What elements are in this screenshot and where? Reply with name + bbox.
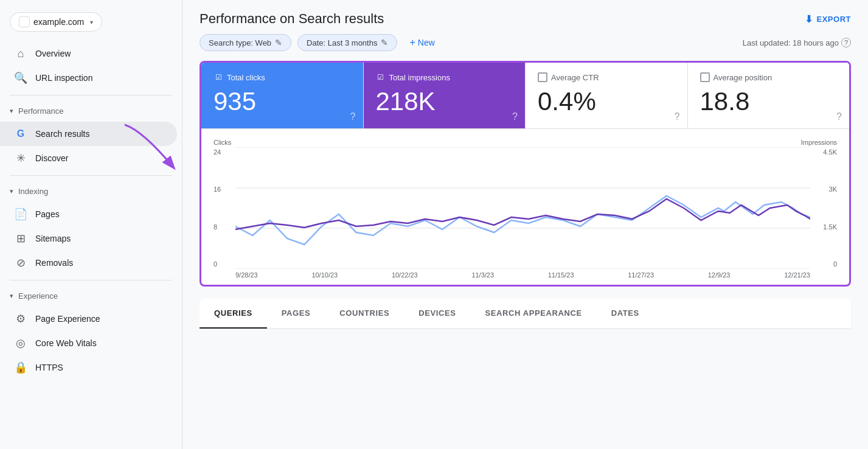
tab-devices[interactable]: DEVICES [404,299,470,329]
x-label-0: 9/28/23 [235,271,258,279]
right-y-1-5k: 1.5K [815,223,837,231]
x-label-5: 11/27/23 [628,271,654,279]
x-label-1: 10/10/23 [311,271,338,279]
right-y-0: 0 [815,260,837,268]
export-icon: ⬇ [805,13,813,25]
chart-svg [235,147,810,269]
discover-icon: ✳ [15,152,27,164]
tab-search-appearance[interactable]: SEARCH APPEARANCE [471,299,597,329]
new-button[interactable]: + New [403,34,440,51]
date-label: Date: Last 3 months [307,38,377,47]
export-label: EXPORT [817,15,851,24]
impressions-checkbox[interactable]: ☑ [376,72,386,82]
metric-ctr-header: Average CTR [538,72,675,82]
clicks-checkbox[interactable]: ☑ [214,72,223,82]
x-axis-labels: 9/28/23 10/10/23 10/22/23 11/3/23 11/15/… [235,271,810,279]
tab-dates[interactable]: DATES [597,299,654,329]
ctr-label: Average CTR [551,73,599,82]
metric-total-impressions[interactable]: ☑ Total impressions 218K ? [364,63,526,128]
clicks-help-icon[interactable]: ? [350,111,356,122]
date-filter[interactable]: Date: Last 3 months ✎ [297,34,397,51]
main-content: Performance on Search results ⬇ EXPORT S… [182,0,868,449]
domain-box[interactable]: example.com ▾ [10,12,102,32]
chevron-down-icon: ▾ [90,19,93,26]
sitemaps-label: Sitemaps [35,234,71,243]
search-type-label: Search type: Web [209,38,271,47]
impressions-label: Total impressions [389,73,450,82]
impressions-line [235,199,810,229]
search-icon: 🔍 [15,72,27,84]
metric-total-clicks[interactable]: ☑ Total clicks 935 ? [201,63,364,128]
page-experience-label: Page Experience [35,314,100,324]
section-experience[interactable]: ▾ Experience [0,285,182,307]
core-web-vitals-icon: ◎ [15,337,27,349]
impressions-help-icon[interactable]: ? [512,111,518,122]
x-label-3: 11/3/23 [471,271,494,279]
position-checkbox[interactable] [700,72,710,82]
sitemaps-icon: ⊞ [15,232,27,245]
tab-countries[interactable]: COUNTRIES [325,299,404,329]
metric-average-position[interactable]: Average position 18.8 ? [688,63,850,128]
ctr-checkbox[interactable] [538,72,547,82]
right-y-3k: 3K [815,186,837,193]
home-icon: ⌂ [15,47,27,60]
tab-queries[interactable]: QUERIES [200,299,267,329]
sidebar-item-search-results[interactable]: G Search results [0,122,177,146]
left-y-0: 0 [214,260,231,268]
domain-selector[interactable]: example.com ▾ [0,7,182,41]
clicks-value: 935 [214,87,351,116]
sidebar-item-https[interactable]: 🔒 HTTPS [0,355,177,380]
tabs-bar: QUERIES PAGES COUNTRIES DEVICES SEARCH A… [200,299,851,329]
divider-2 [10,175,172,176]
sidebar-item-page-experience[interactable]: ⚙ Page Experience [0,307,177,331]
metric-tiles: ☑ Total clicks 935 ? ☑ Total impressions… [201,63,849,129]
section-indexing[interactable]: ▾ Indexing [0,181,182,202]
position-value: 18.8 [700,87,838,116]
sidebar-item-overview[interactable]: ⌂ Overview [0,41,177,66]
section-performance[interactable]: ▾ Performance [0,100,182,122]
x-label-2: 10/22/23 [392,271,418,279]
left-y-16: 16 [214,186,231,193]
impressions-value: 218K [376,87,513,116]
ctr-value: 0.4% [538,87,675,116]
export-button[interactable]: ⬇ EXPORT [805,13,851,25]
arrow-annotation [182,119,198,179]
discover-label: Discover [35,153,68,163]
sidebar-item-discover[interactable]: ✳ Discover [0,146,177,170]
sidebar-item-core-web-vitals[interactable]: ◎ Core Web Vitals [0,331,177,355]
sidebar: example.com ▾ ⌂ Overview 🔍 URL inspectio… [0,0,182,449]
plus-icon: + [409,37,415,48]
edit-icon-date: ✎ [381,38,388,47]
chart-card: ☑ Total clicks 935 ? ☑ Total impressions… [200,61,851,287]
x-label-4: 11/15/23 [548,271,574,279]
chevron-icon-indexing: ▾ [10,187,13,195]
right-y-4-5k: 4.5K [815,148,837,156]
removals-label: Removals [35,258,73,268]
search-type-filter[interactable]: Search type: Web ✎ [200,34,291,51]
last-updated-text: Last updated: 18 hours ago [743,38,839,47]
left-y-24: 24 [214,148,231,156]
https-label: HTTPS [35,363,63,372]
filter-bar: Search type: Web ✎ Date: Last 3 months ✎… [182,34,868,61]
edit-icon: ✎ [275,38,282,47]
position-help-icon[interactable]: ? [836,111,842,122]
tab-pages[interactable]: PAGES [267,299,325,329]
sidebar-item-removals[interactable]: ⊘ Removals [0,251,177,275]
left-axis-label: Clicks [214,139,231,146]
domain-icon [19,16,30,27]
overview-label: Overview [35,49,71,58]
sidebar-item-url-inspection[interactable]: 🔍 URL inspection [0,66,177,90]
last-updated: Last updated: 18 hours ago ? [743,38,851,47]
left-y-8: 8 [214,223,231,231]
section-experience-label: Experience [18,291,58,301]
sidebar-item-pages[interactable]: 📄 Pages [0,202,177,226]
clicks-label: Total clicks [227,73,265,82]
right-axis-label: Impressions [801,139,837,146]
pages-label: Pages [35,209,60,219]
ctr-help-icon[interactable]: ? [675,111,680,122]
metric-average-ctr[interactable]: Average CTR 0.4% ? [526,63,688,128]
section-indexing-label: Indexing [18,187,48,196]
sidebar-item-sitemaps[interactable]: ⊞ Sitemaps [0,226,177,251]
removals-icon: ⊘ [15,257,27,269]
divider-3 [10,280,172,280]
